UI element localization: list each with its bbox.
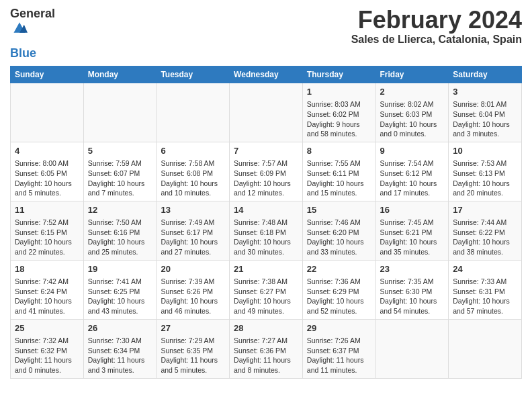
title-area: February 2024 Sales de Llierca, Cataloni… [351,7,522,46]
day-number: 6 [161,145,225,157]
day-info: Sunrise: 7:55 AM Sunset: 6:11 PM Dayligh… [307,158,371,198]
day-info: Sunrise: 7:33 AM Sunset: 6:31 PM Dayligh… [453,277,517,316]
day-number: 14 [234,204,298,216]
calendar-cell: 7Sunrise: 7:57 AM Sunset: 6:09 PM Daylig… [230,142,303,201]
calendar-cell: 3Sunrise: 8:01 AM Sunset: 6:04 PM Daylig… [449,83,522,142]
day-number: 25 [15,322,79,334]
logo-icon [11,21,28,34]
day-info: Sunrise: 7:57 AM Sunset: 6:09 PM Dayligh… [234,158,298,198]
day-info: Sunrise: 7:36 AM Sunset: 6:29 PM Dayligh… [307,277,371,316]
calendar-cell: 18Sunrise: 7:42 AM Sunset: 6:24 PM Dayli… [11,260,84,319]
column-header-thursday: Thursday [302,66,375,83]
day-info: Sunrise: 7:49 AM Sunset: 6:17 PM Dayligh… [161,218,225,257]
day-info: Sunrise: 7:30 AM Sunset: 6:34 PM Dayligh… [88,336,152,375]
calendar-cell [11,83,84,142]
day-info: Sunrise: 7:32 AM Sunset: 6:32 PM Dayligh… [15,336,79,375]
column-header-monday: Monday [83,66,157,83]
logo-general: General [10,7,55,21]
day-number: 17 [453,204,517,216]
day-number: 4 [15,145,79,157]
main-title: February 2024 [351,7,522,34]
subtitle: Sales de Llierca, Catalonia, Spain [351,34,522,46]
day-info: Sunrise: 7:38 AM Sunset: 6:27 PM Dayligh… [234,277,298,316]
calendar-cell [449,319,522,378]
calendar-cell: 26Sunrise: 7:30 AM Sunset: 6:34 PM Dayli… [83,319,157,378]
calendar-cell: 16Sunrise: 7:45 AM Sunset: 6:21 PM Dayli… [375,201,449,260]
day-number: 12 [88,204,152,216]
calendar-header-row: SundayMondayTuesdayWednesdayThursdayFrid… [11,66,522,83]
calendar-week-row: 4Sunrise: 8:00 AM Sunset: 6:05 PM Daylig… [11,142,522,201]
logo-blue: Blue [10,46,36,60]
column-header-friday: Friday [375,66,449,83]
calendar-cell: 6Sunrise: 7:58 AM Sunset: 6:08 PM Daylig… [157,142,230,201]
day-info: Sunrise: 7:46 AM Sunset: 6:20 PM Dayligh… [307,218,371,257]
calendar-cell: 4Sunrise: 8:00 AM Sunset: 6:05 PM Daylig… [11,142,84,201]
day-number: 20 [161,263,225,275]
calendar-cell [157,83,230,142]
calendar-cell: 14Sunrise: 7:48 AM Sunset: 6:18 PM Dayli… [230,201,303,260]
calendar-week-row: 11Sunrise: 7:52 AM Sunset: 6:15 PM Dayli… [11,201,522,260]
calendar-cell [230,83,303,142]
calendar-cell: 27Sunrise: 7:29 AM Sunset: 6:35 PM Dayli… [157,319,230,378]
calendar-cell: 10Sunrise: 7:53 AM Sunset: 6:13 PM Dayli… [449,142,522,201]
day-number: 16 [380,204,445,216]
day-number: 19 [88,263,152,275]
day-number: 9 [380,145,445,157]
day-number: 22 [307,263,371,275]
calendar-cell: 11Sunrise: 7:52 AM Sunset: 6:15 PM Dayli… [11,201,84,260]
day-number: 8 [307,145,371,157]
column-header-sunday: Sunday [11,66,84,83]
calendar-cell: 1Sunrise: 8:03 AM Sunset: 6:02 PM Daylig… [302,83,375,142]
calendar-cell: 24Sunrise: 7:33 AM Sunset: 6:31 PM Dayli… [449,260,522,319]
column-header-wednesday: Wednesday [230,66,303,83]
calendar-cell: 25Sunrise: 7:32 AM Sunset: 6:32 PM Dayli… [11,319,84,378]
day-info: Sunrise: 7:27 AM Sunset: 6:36 PM Dayligh… [234,336,298,375]
calendar-cell: 8Sunrise: 7:55 AM Sunset: 6:11 PM Daylig… [302,142,375,201]
day-number: 29 [307,322,371,334]
calendar-cell [375,319,449,378]
day-number: 26 [88,322,152,334]
day-number: 7 [234,145,298,157]
day-info: Sunrise: 7:54 AM Sunset: 6:12 PM Dayligh… [380,158,445,198]
calendar-cell: 22Sunrise: 7:36 AM Sunset: 6:29 PM Dayli… [302,260,375,319]
day-number: 24 [453,263,517,275]
day-number: 5 [88,145,152,157]
calendar-cell: 19Sunrise: 7:41 AM Sunset: 6:25 PM Dayli… [83,260,157,319]
column-header-saturday: Saturday [449,66,522,83]
day-info: Sunrise: 7:59 AM Sunset: 6:07 PM Dayligh… [88,158,152,198]
day-info: Sunrise: 7:26 AM Sunset: 6:37 PM Dayligh… [307,336,371,375]
calendar-cell: 21Sunrise: 7:38 AM Sunset: 6:27 PM Dayli… [230,260,303,319]
calendar-table: SundayMondayTuesdayWednesdayThursdayFrid… [10,66,522,379]
day-info: Sunrise: 7:42 AM Sunset: 6:24 PM Dayligh… [15,277,79,316]
day-number: 13 [161,204,225,216]
day-number: 10 [453,145,517,157]
calendar-cell [83,83,157,142]
day-info: Sunrise: 7:39 AM Sunset: 6:26 PM Dayligh… [161,277,225,316]
day-info: Sunrise: 7:45 AM Sunset: 6:21 PM Dayligh… [380,218,445,257]
day-number: 2 [380,86,445,98]
calendar-cell: 13Sunrise: 7:49 AM Sunset: 6:17 PM Dayli… [157,201,230,260]
day-info: Sunrise: 7:35 AM Sunset: 6:30 PM Dayligh… [380,277,445,316]
day-info: Sunrise: 7:50 AM Sunset: 6:16 PM Dayligh… [88,218,152,257]
day-info: Sunrise: 7:58 AM Sunset: 6:08 PM Dayligh… [161,158,225,198]
day-info: Sunrise: 7:48 AM Sunset: 6:18 PM Dayligh… [234,218,298,257]
day-info: Sunrise: 7:53 AM Sunset: 6:13 PM Dayligh… [453,158,517,198]
day-number: 3 [453,86,517,98]
calendar-cell: 17Sunrise: 7:44 AM Sunset: 6:22 PM Dayli… [449,201,522,260]
day-number: 11 [15,204,79,216]
day-info: Sunrise: 7:29 AM Sunset: 6:35 PM Dayligh… [161,336,225,375]
day-info: Sunrise: 8:00 AM Sunset: 6:05 PM Dayligh… [15,158,79,198]
calendar-cell: 9Sunrise: 7:54 AM Sunset: 6:12 PM Daylig… [375,142,449,201]
calendar-week-row: 25Sunrise: 7:32 AM Sunset: 6:32 PM Dayli… [11,319,522,378]
day-info: Sunrise: 7:44 AM Sunset: 6:22 PM Dayligh… [453,218,517,257]
day-info: Sunrise: 7:52 AM Sunset: 6:15 PM Dayligh… [15,218,79,257]
day-number: 21 [234,263,298,275]
calendar-cell: 29Sunrise: 7:26 AM Sunset: 6:37 PM Dayli… [302,319,375,378]
column-header-tuesday: Tuesday [157,66,230,83]
calendar-cell: 5Sunrise: 7:59 AM Sunset: 6:07 PM Daylig… [83,142,157,201]
page-header: General Blue February 2024 Sales de Llie… [10,7,522,60]
calendar-week-row: 1Sunrise: 8:03 AM Sunset: 6:02 PM Daylig… [11,83,522,142]
day-number: 23 [380,263,445,275]
day-info: Sunrise: 7:41 AM Sunset: 6:25 PM Dayligh… [88,277,152,316]
calendar-cell: 2Sunrise: 8:02 AM Sunset: 6:03 PM Daylig… [375,83,449,142]
